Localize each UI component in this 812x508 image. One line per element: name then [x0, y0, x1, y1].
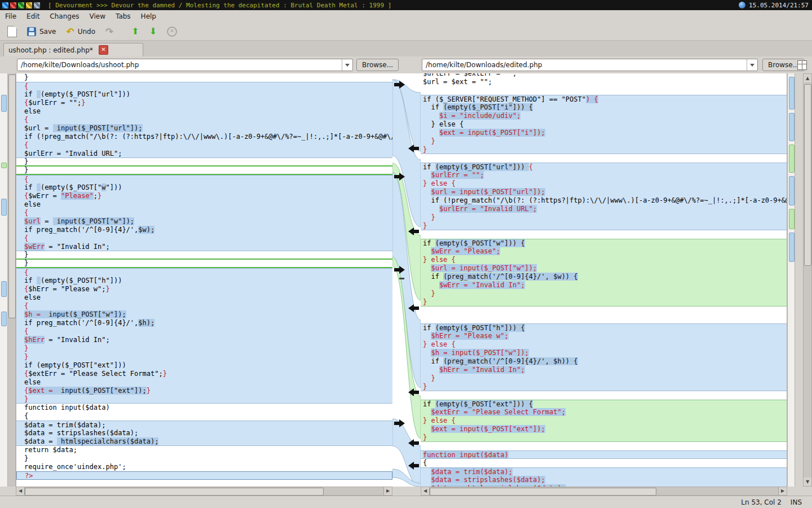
redo-button[interactable]: ↷ [102, 26, 117, 37]
chevron-down-icon [342, 59, 352, 71]
diff-map-mark [789, 77, 795, 110]
code-line: {$wErr = "Please";} [16, 192, 392, 200]
arrow-up-icon: ⬆ [131, 27, 139, 36]
status-bar: Ln 53, Col 2 INS [0, 496, 812, 508]
code-line: $ext = input($_POST["ext"]); [421, 425, 787, 433]
code-line: } else { [421, 179, 787, 188]
diff-map-mark [789, 113, 795, 141]
system-bar: [ Devourment >>> Devour the damned / Mol… [0, 0, 812, 10]
tray-icon[interactable] [34, 2, 40, 8]
code-line: } [16, 73, 392, 82]
code-line: { [16, 116, 392, 124]
menu-help[interactable]: Help [136, 11, 161, 22]
right-file-path: /home/kilte/Downloads/edited.php [422, 61, 747, 69]
code-line: return $data; [16, 446, 392, 454]
stop-icon: ✕ [167, 27, 177, 37]
code-line: if (empty($_POST["w"])) [16, 183, 392, 192]
grid-icon[interactable] [797, 60, 807, 70]
scroll-down-icon[interactable]: ▼ [804, 478, 811, 486]
code-line: $urlErr = ""; [421, 171, 787, 179]
code-line: } [421, 374, 787, 383]
code-line: $hErr = "Invalid In"; [16, 336, 392, 344]
code-line: $urlErr = $extErr = ""; [421, 73, 787, 78]
left-diff-map[interactable] [0, 73, 8, 487]
right-hscrollbar-thumb[interactable] [430, 488, 656, 496]
code-line: $i = "include/udiv"; [421, 112, 787, 120]
menu-view[interactable]: View [85, 11, 111, 22]
code-line: { [16, 412, 392, 421]
save-button[interactable]: Save [23, 25, 60, 38]
code-line: else [16, 200, 392, 209]
code-line: if (empty($_POST["ext"])) { [421, 400, 787, 408]
comparison-tab[interactable]: ushoot.php : edited.php* ✕ [3, 43, 143, 56]
tray-icon[interactable] [18, 2, 24, 8]
code-line: } else { [421, 340, 787, 349]
menu-changes[interactable]: Changes [45, 11, 84, 22]
right-code-pane[interactable]: $urlErr = $extErr = "";$url = $ext = "";… [421, 73, 787, 487]
code-line: } [421, 298, 787, 306]
menu-tabs[interactable]: Tabs [111, 11, 136, 22]
code-line: } else { [421, 417, 787, 425]
scroll-left-icon[interactable]: ◀ [16, 487, 25, 495]
tray-icon[interactable] [10, 2, 16, 8]
left-vertical-scrollbar[interactable] [8, 73, 16, 487]
diff-gutter [392, 73, 421, 487]
diff-map-mark [1, 281, 7, 297]
code-line: if (preg_match('/^[0-9]{4}/', $h)) { [421, 357, 787, 366]
cursor-position: Ln 53, Col 2 [741, 498, 782, 506]
code-line: { [421, 459, 787, 467]
code-line: } [16, 344, 392, 353]
stop-button[interactable]: ✕ [163, 25, 181, 38]
system-tray-icons[interactable] [2, 2, 40, 8]
chevron-down-icon [747, 59, 757, 71]
new-comparison-button[interactable] [3, 24, 21, 39]
left-file-combobox[interactable]: /home/kilte/Downloads/ushoot.php [17, 59, 353, 71]
code-line: ?> [16, 471, 392, 480]
code-line: else [16, 294, 392, 302]
left-browse-button[interactable]: Browse... [356, 59, 399, 71]
right-diff-map[interactable] [787, 73, 795, 487]
left-code-pane[interactable]: }{if (empty($_POST["url"])){$urlErr = ""… [16, 73, 392, 487]
tray-icon[interactable] [2, 2, 8, 8]
menu-file[interactable]: File [0, 11, 21, 22]
left-horizontal-scrollbar[interactable]: ◀ ▶ [16, 487, 392, 496]
diff-map-mark [789, 176, 795, 205]
left-hscrollbar-thumb[interactable] [25, 488, 324, 496]
code-line [421, 230, 787, 239]
right-file-combobox[interactable]: /home/kilte/Downloads/edited.php [422, 59, 758, 71]
code-line: else [16, 107, 392, 116]
scroll-left-icon[interactable]: ◀ [421, 487, 430, 495]
code-line: } [421, 433, 787, 442]
scroll-right-icon[interactable]: ▶ [778, 487, 787, 495]
code-line: $hErr = "Please w"; [421, 332, 787, 340]
code-line: $url = input($_POST["w"]); [16, 217, 392, 226]
network-icon[interactable] [739, 2, 745, 8]
code-line: {$extErr = "Please Select Format";} [16, 370, 392, 378]
tab-label: ushoot.php : edited.php* [8, 46, 93, 54]
code-line: } [421, 137, 787, 146]
save-icon [27, 27, 36, 36]
next-change-button[interactable]: ⬇ [145, 25, 161, 38]
tab-bar: ushoot.php : edited.php* ✕ [0, 41, 812, 57]
menu-edit[interactable]: Edit [21, 11, 45, 22]
code-line: { [16, 327, 392, 336]
scroll-up-icon[interactable]: ▲ [804, 74, 811, 82]
right-vertical-scrollbar[interactable]: ▲ ▼ [803, 73, 812, 487]
code-line: { [16, 302, 392, 310]
delete-change-icon[interactable] [399, 278, 404, 279]
code-line: if ($_SERVER["REQUEST_METHOD"] == "POST"… [421, 95, 787, 103]
right-horizontal-scrollbar[interactable]: ◀ ▶ [421, 487, 787, 496]
code-line [16, 480, 392, 487]
code-line: $data = trim($data); [16, 421, 392, 429]
diff-map-mark [1, 199, 7, 216]
code-line [421, 315, 787, 323]
close-tab-icon[interactable]: ✕ [99, 45, 108, 55]
left-scrollbar-thumb[interactable] [8, 75, 16, 318]
code-line [421, 86, 787, 95]
undo-button[interactable]: ↶ Undo [62, 26, 99, 37]
code-line: if (empty($_POST["i"])) { [421, 103, 787, 112]
right-scrollbar-thumb[interactable] [804, 84, 811, 266]
scroll-right-icon[interactable]: ▶ [383, 487, 392, 495]
previous-change-button[interactable]: ⬆ [127, 25, 143, 38]
tray-icon[interactable] [26, 2, 32, 8]
